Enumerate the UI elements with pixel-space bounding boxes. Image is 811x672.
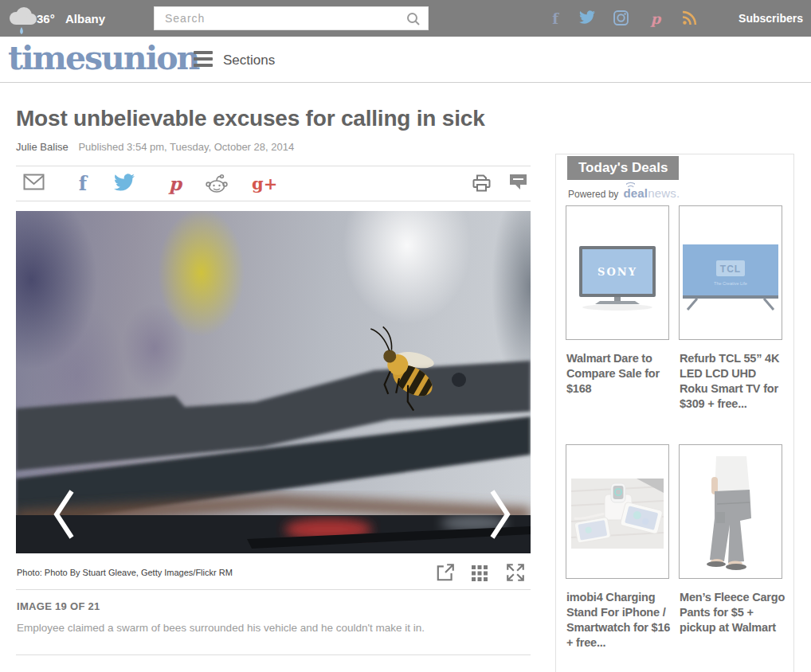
- timesunion-logo[interactable]: timesunion: [8, 39, 198, 77]
- pinterest-share-icon[interactable]: p: [164, 174, 186, 196]
- next-image-arrow[interactable]: [486, 488, 513, 541]
- image-counter: IMAGE 19 OF 21: [17, 600, 100, 612]
- open-external-icon[interactable]: [435, 562, 456, 583]
- deal-title[interactable]: Men’s Fleece Cargo Pants for $5 + pickup…: [680, 590, 786, 635]
- print-icon[interactable]: [470, 174, 492, 196]
- search-input[interactable]: [155, 7, 428, 29]
- comment-icon[interactable]: [507, 174, 529, 196]
- author-name[interactable]: Julie Balise: [16, 141, 69, 153]
- deal-image-tcl-tv[interactable]: TCL The Creative Life: [679, 205, 782, 340]
- article-title: Most unbelievable excuses for calling in…: [16, 106, 531, 131]
- divider: [16, 589, 531, 590]
- twitter-share-icon[interactable]: [113, 174, 135, 196]
- weather-icon: [6, 3, 38, 37]
- reddit-share-icon[interactable]: [206, 174, 228, 196]
- sections-link[interactable]: Sections: [223, 53, 275, 68]
- search-icon[interactable]: [406, 12, 421, 26]
- byline: Julie Balise Published 3:54 pm, Tuesday,…: [16, 141, 294, 153]
- previous-image-arrow[interactable]: [51, 488, 78, 541]
- temperature: 36°: [37, 12, 55, 25]
- tcl-logo-text: TCL: [720, 264, 741, 275]
- search-box: [154, 6, 429, 30]
- powered-by: Powered bydealnews.: [568, 186, 680, 200]
- powered-by-label: Powered by: [568, 189, 618, 200]
- share-toolbar: f p g+: [16, 166, 531, 201]
- deal-title[interactable]: imobi4 Charging Stand For iPhone / Smart…: [566, 590, 673, 651]
- deal-image-sony-tv[interactable]: SONY: [566, 205, 669, 340]
- tcl-tagline-text: The Creative Life: [714, 281, 747, 286]
- sony-logo-text: SONY: [597, 266, 637, 278]
- image-caption: Employee claimed a swarm of bees surroun…: [17, 622, 519, 634]
- todays-deals-panel: Today's Deals Powered bydealnews. SONY T…: [555, 154, 794, 672]
- deal-title[interactable]: Walmart Dare to Compare Sale for $168: [566, 351, 673, 397]
- dealnews-antenna-icon: [626, 180, 635, 189]
- facebook-icon[interactable]: f: [547, 10, 564, 28]
- slideshow-photo[interactable]: [16, 211, 531, 553]
- city-label[interactable]: Albany: [65, 12, 105, 25]
- twitter-icon[interactable]: [578, 10, 596, 28]
- photo-meta-row: Photo: Photo By Stuart Gleave, Getty Ima…: [16, 559, 531, 588]
- deals-banner: Today's Deals: [567, 156, 679, 180]
- deal-title[interactable]: Refurb TCL 55” 4K LED LCD UHD Roku Smart…: [680, 351, 786, 412]
- deal-image-cargo-pants[interactable]: [679, 444, 782, 579]
- googleplus-share-icon[interactable]: g+: [252, 174, 274, 196]
- top-bar: 36° Albany f p: [0, 0, 811, 37]
- instagram-icon[interactable]: [612, 10, 629, 28]
- dealnews-logo[interactable]: dealnews.: [623, 186, 680, 200]
- photo-overlay: [16, 211, 531, 553]
- divider: [16, 654, 531, 655]
- subscribers-link[interactable]: Subscribers: [739, 12, 803, 25]
- thumbnail-grid-icon[interactable]: [470, 562, 491, 583]
- page: 36° Albany f p: [0, 0, 811, 672]
- email-share-icon[interactable]: [22, 174, 45, 196]
- hamburger-menu-icon[interactable]: [194, 51, 213, 68]
- deal-image-charging-stand[interactable]: [566, 444, 669, 579]
- facebook-share-icon[interactable]: f: [72, 174, 94, 196]
- publish-date: Published 3:54 pm, Tuesday, October 28, …: [78, 141, 294, 153]
- rss-icon[interactable]: [680, 10, 698, 28]
- photo-credit: Photo: Photo By Stuart Gleave, Getty Ima…: [17, 568, 233, 577]
- pinterest-icon[interactable]: p: [647, 10, 664, 28]
- site-header: timesunion Sections: [0, 37, 811, 83]
- fullscreen-icon[interactable]: [505, 562, 526, 583]
